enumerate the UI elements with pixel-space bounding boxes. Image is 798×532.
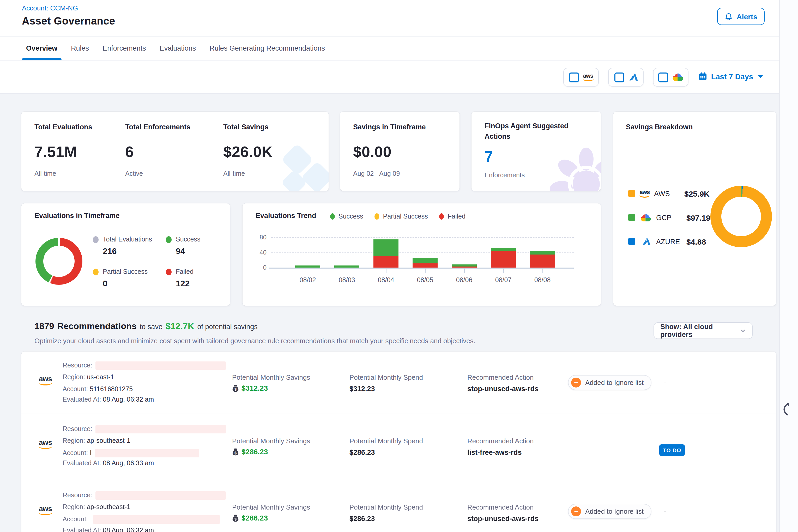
savings-breakdown-card: Savings Breakdown aws AWS $25.9K GCP $97… xyxy=(613,112,776,306)
tab-overview[interactable]: Overview xyxy=(26,37,57,60)
aws-checkbox[interactable] xyxy=(569,72,579,82)
action-label: Recommended Action xyxy=(467,437,534,445)
minus-icon: − xyxy=(571,507,581,516)
redacted-resource xyxy=(95,491,226,500)
spend-label: Potential Monthly Spend xyxy=(349,503,423,511)
x-tick-label: 08/05 xyxy=(407,277,443,284)
legend-value: 94 xyxy=(176,247,201,256)
stat-caption: All-time xyxy=(223,170,272,177)
azure-swatch xyxy=(628,238,635,245)
gcp-checkbox[interactable] xyxy=(658,72,668,82)
breakdown-legend-gcp: GCP $97.19 xyxy=(628,212,710,223)
filter-bar: aws xyxy=(0,60,798,94)
breakdown-legend-azure: AZURE $4.88 xyxy=(628,236,706,247)
action-value: stop-unused-aws-rds xyxy=(467,515,538,522)
aws-filter-chip[interactable]: aws xyxy=(563,68,599,87)
provider-name: GCP xyxy=(656,214,682,222)
diamond-watermark xyxy=(271,139,328,191)
savings-value: $ $286.23 xyxy=(232,514,268,522)
finops-agent-card: FinOps Agent Suggested Actions 7 Enforce… xyxy=(472,112,601,191)
legend-value: 0 xyxy=(103,279,148,288)
money-bag-icon: $ xyxy=(232,514,239,522)
x-tick xyxy=(543,268,543,273)
svg-text:$: $ xyxy=(234,517,236,521)
spend-value: $286.23 xyxy=(349,449,375,456)
trend-bar xyxy=(413,258,438,268)
recommendation-row[interactable]: aws Resource: Region: us-east-1 Account:… xyxy=(21,352,776,414)
x-tick-label: 08/03 xyxy=(328,277,365,284)
alerts-button[interactable]: Alerts xyxy=(717,8,765,25)
savings-suffix: of potential savings xyxy=(197,323,258,331)
redacted-resource xyxy=(95,425,226,433)
money-bag-icon: $ xyxy=(232,448,239,456)
provider-name: AZURE xyxy=(656,238,682,245)
recommendation-row[interactable]: aws Resource: Region: ap-southeast-1 Acc… xyxy=(21,478,776,532)
savings-in-timeframe-card: Savings in Timeframe $0.00 Aug 02 - Aug … xyxy=(340,112,459,191)
stat-label: Savings in Timeframe xyxy=(353,123,426,131)
total-savings-stat: Total Savings $26.0K All-time xyxy=(223,123,272,177)
provider-savings-value: $97.19 xyxy=(686,213,710,222)
svg-text:$: $ xyxy=(234,451,236,455)
azure-checkbox[interactable] xyxy=(614,72,624,82)
x-tick xyxy=(347,268,347,273)
spend-value: $312.23 xyxy=(349,385,375,393)
aws-icon: aws xyxy=(640,189,650,198)
failed-dot xyxy=(166,268,172,275)
legend-value: 122 xyxy=(176,279,193,288)
chevron-down-icon xyxy=(740,327,746,334)
todo-status-badge[interactable]: TO DO xyxy=(659,444,685,456)
stat-value: $0.00 xyxy=(353,144,426,160)
x-tick-label: 08/04 xyxy=(368,277,404,284)
legend-label: Success xyxy=(176,236,201,243)
dropdown-value: Show: All cloud providers xyxy=(660,323,740,339)
breadcrumb-account-link[interactable]: Account: CCM-NG xyxy=(22,4,78,12)
aws-icon: aws xyxy=(39,506,52,515)
azure-icon xyxy=(640,237,652,246)
page-header: Account: CCM-NG Asset Governance Alerts xyxy=(0,0,798,37)
legend-partial-success: Partial Success 0 xyxy=(93,268,148,288)
ignore-list-pill[interactable]: − Added to Ignore list xyxy=(568,504,651,519)
svg-text:$: $ xyxy=(234,387,236,391)
total-evaluations-stat: Total Evaluations 7.51M All-time xyxy=(34,123,92,177)
legend-success: Success 94 xyxy=(166,236,201,256)
tab-evaluations[interactable]: Evaluations xyxy=(159,37,196,60)
stat-value: 6 xyxy=(125,144,190,160)
trend-bar xyxy=(491,248,516,268)
tab-enforcements[interactable]: Enforcements xyxy=(102,37,146,60)
breakdown-legend-aws: aws AWS $25.9K xyxy=(628,188,709,199)
status-value: - xyxy=(664,507,666,515)
action-label: Recommended Action xyxy=(467,374,534,381)
legend-value: 216 xyxy=(103,247,152,256)
stat-caption: Enforcements xyxy=(484,172,569,179)
bell-icon xyxy=(725,12,733,21)
gcp-icon xyxy=(640,214,652,222)
date-range-selector[interactable]: Last 7 Days xyxy=(699,72,763,81)
trend-bar xyxy=(530,251,555,268)
savings-value: $ $286.23 xyxy=(232,448,268,456)
legend-label: Partial Success xyxy=(103,268,148,276)
recommendation-row[interactable]: aws Resource: Region: ap-southeast-1 Acc… xyxy=(21,414,776,478)
legend-label: Total Evaluations xyxy=(103,236,152,243)
trend-bar xyxy=(452,264,477,268)
x-tick-label: 08/06 xyxy=(446,277,482,284)
redacted-resource xyxy=(95,361,226,370)
azure-filter-chip[interactable] xyxy=(608,68,644,87)
ignore-list-pill[interactable]: − Added to Ignore list xyxy=(568,375,651,390)
evaluations-donut xyxy=(36,238,82,285)
aws-icon: aws xyxy=(39,376,52,385)
gcp-filter-chip[interactable] xyxy=(653,68,688,87)
stat-value: 7.51M xyxy=(34,144,92,160)
tab-rules[interactable]: Rules xyxy=(71,37,89,60)
spend-label: Potential Monthly Spend xyxy=(349,437,423,445)
action-value: list-free-aws-rds xyxy=(467,449,522,456)
savings-value: $ $312.23 xyxy=(232,384,268,392)
stat-caption: Active xyxy=(125,170,190,177)
tab-rules-generating-recommendations[interactable]: Rules Generating Recommendations xyxy=(209,37,325,60)
card-title: Evaluations in Timeframe xyxy=(34,212,120,220)
cloud-provider-filter-dropdown[interactable]: Show: All cloud providers xyxy=(653,322,753,339)
date-range-label: Last 7 Days xyxy=(711,72,753,81)
spend-label: Potential Monthly Spend xyxy=(349,374,423,381)
recommendations-count-word: Recommendations xyxy=(57,321,137,332)
trend-plot: 08/0208/0308/0408/0508/0608/0708/08 xyxy=(243,204,601,306)
redacted-account xyxy=(93,515,220,524)
